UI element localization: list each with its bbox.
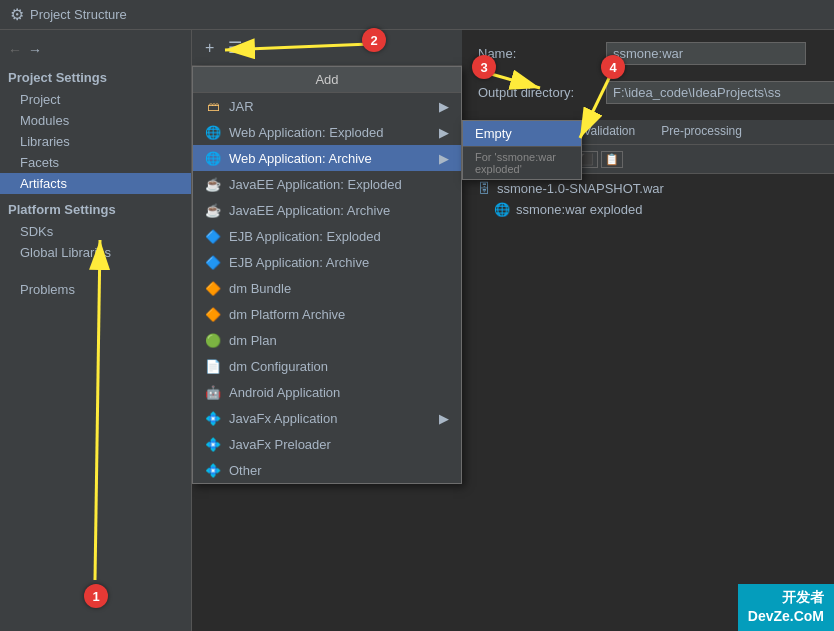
art-extra2-btn[interactable]: 📋 [601,151,623,168]
javafx-icon: 💠 [205,410,221,426]
submenu-item-empty[interactable]: Empty [463,121,581,146]
ejb-archive-icon: 🔷 [205,254,221,270]
menu-item-android-label: Android Application [229,385,340,400]
menu-item-dm-plan[interactable]: 🟢 dm Plan [193,327,461,353]
menu-item-javaee-archive[interactable]: ☕ JavaEE Application: Archive [193,197,461,223]
sidebar-nav: ← → [0,38,191,62]
android-icon: 🤖 [205,384,221,400]
output-dir-input[interactable] [606,81,834,104]
web-exploded-icon: 🌐 [205,124,221,140]
menu-item-ejb-archive-label: EJB Application: Archive [229,255,369,270]
main-container: ← → Project Settings Project Modules Lib… [0,30,834,631]
javafx-arrow: ▶ [439,411,449,426]
project-settings-title: Project Settings [0,62,191,89]
sidebar-item-facets[interactable]: Facets [0,152,191,173]
annotation-2: 2 [362,28,386,52]
ejb-exploded-icon: 🔷 [205,228,221,244]
menu-item-dm-bundle[interactable]: 🔶 dm Bundle [193,275,461,301]
sidebar-item-sdks[interactable]: SDKs [0,221,191,242]
add-artifact-button[interactable]: + [200,37,219,59]
menu-item-dm-platform[interactable]: 🔶 dm Platform Archive [193,301,461,327]
app-title: Project Structure [30,7,127,22]
tree-item-war-exploded-label: ssmone:war exploded [516,202,642,217]
dm-platform-icon: 🔶 [205,306,221,322]
jar-arrow: ▶ [439,99,449,114]
app-icon: ⚙ [10,5,24,24]
submenu-tip: For 'ssmone:war exploded' [463,146,581,179]
menu-item-dm-plan-label: dm Plan [229,333,277,348]
sidebar-item-project[interactable]: Project [0,89,191,110]
tree-item-war[interactable]: 🗄 ssmone-1.0-SNAPSHOT.war [462,178,834,199]
output-dir-label: Output directory: [478,85,598,100]
tab-validation[interactable]: Validation [571,120,647,144]
menu-item-dm-config[interactable]: 📄 dm Configuration [193,353,461,379]
menu-item-other-label: Other [229,463,262,478]
menu-item-javafx-preloader-label: JavaFx Preloader [229,437,331,452]
javaee-archive-icon: ☕ [205,202,221,218]
annotation-4: 4 [601,55,625,79]
menu-item-web-exploded[interactable]: 🌐 Web Application: Exploded ▶ [193,119,461,145]
sidebar: ← → Project Settings Project Modules Lib… [0,30,192,631]
menu-item-ejb-exploded[interactable]: 🔷 EJB Application: Exploded [193,223,461,249]
output-dir-field-row: Output directory: [462,81,834,110]
list-view-button[interactable]: ☰ [223,37,247,59]
web-exploded-arrow: ▶ [439,125,449,140]
add-dropdown-menu: Add 🗃 JAR ▶ 🌐 Web Application: Exploded … [192,66,462,484]
menu-item-jar-label: JAR [229,99,254,114]
sidebar-item-artifacts[interactable]: Artifacts [0,173,191,194]
menu-item-jar[interactable]: 🗃 JAR ▶ [193,93,461,119]
menu-item-dm-bundle-label: dm Bundle [229,281,291,296]
menu-item-web-exploded-label: Web Application: Exploded [229,125,383,140]
menu-item-javaee-archive-label: JavaEE Application: Archive [229,203,390,218]
sidebar-item-problems[interactable]: Problems [0,279,191,300]
menu-item-javaee-exploded[interactable]: ☕ JavaEE Application: Exploded [193,171,461,197]
tree-item-war-label: ssmone-1.0-SNAPSHOT.war [497,181,664,196]
javafx-preloader-icon: 💠 [205,436,221,452]
web-archive-icon: 🌐 [205,150,221,166]
sidebar-item-modules[interactable]: Modules [0,110,191,131]
title-bar: ⚙ Project Structure [0,0,834,30]
dm-bundle-icon: 🔶 [205,280,221,296]
name-input[interactable] [606,42,806,65]
dm-plan-icon: 🟢 [205,332,221,348]
annotation-3: 3 [472,55,496,79]
content-area: + ☰ Add 🗃 JAR ▶ 🌐 Web Application: Explo… [192,30,834,631]
menu-item-web-archive-label: Web Application: Archive [229,151,372,166]
annotation-1: 1 [84,584,108,608]
tab-preprocessing[interactable]: Pre-processing [649,120,754,144]
menu-item-other[interactable]: 💠 Other [193,457,461,483]
menu-item-javafx[interactable]: 💠 JavaFx Application ▶ [193,405,461,431]
javaee-exploded-icon: ☕ [205,176,221,192]
other-icon: 💠 [205,462,221,478]
nav-back[interactable]: ← [8,42,22,58]
sidebar-item-libraries[interactable]: Libraries [0,131,191,152]
war-file-icon: 🗄 [478,181,491,196]
menu-item-javafx-label: JavaFx Application [229,411,337,426]
menu-item-javaee-exploded-label: JavaEE Application: Exploded [229,177,402,192]
menu-item-android[interactable]: 🤖 Android Application [193,379,461,405]
tree-item-war-exploded[interactable]: 🌐 ssmone:war exploded [462,199,834,220]
menu-item-javafx-preloader[interactable]: 💠 JavaFx Preloader [193,431,461,457]
dm-config-icon: 📄 [205,358,221,374]
menu-item-dm-platform-label: dm Platform Archive [229,307,345,322]
menu-item-ejb-archive[interactable]: 🔷 EJB Application: Archive [193,249,461,275]
artifact-tree: 🗄 ssmone-1.0-SNAPSHOT.war 🌐 ssmone:war e… [462,174,834,224]
platform-settings-title: Platform Settings [0,194,191,221]
menu-item-ejb-exploded-label: EJB Application: Exploded [229,229,381,244]
watermark-line1: 开发者 [748,588,824,608]
name-field-row: Name: [462,30,834,71]
jar-icon: 🗃 [205,98,221,114]
name-label: Name: [478,46,598,61]
menu-item-web-archive[interactable]: 🌐 Web Application: Archive ▶ [193,145,461,171]
nav-forward[interactable]: → [28,42,42,58]
war-exploded-icon: 🌐 [494,202,510,217]
watermark-line2: DevZe.CoM [748,607,824,627]
web-archive-arrow: ▶ [439,151,449,166]
watermark: 开发者 DevZe.CoM [738,584,834,631]
sidebar-item-global-libraries[interactable]: Global Libraries [0,242,191,263]
menu-item-dm-config-label: dm Configuration [229,359,328,374]
dropdown-header: Add [193,67,461,93]
submenu: Empty For 'ssmone:war exploded' [462,120,582,180]
